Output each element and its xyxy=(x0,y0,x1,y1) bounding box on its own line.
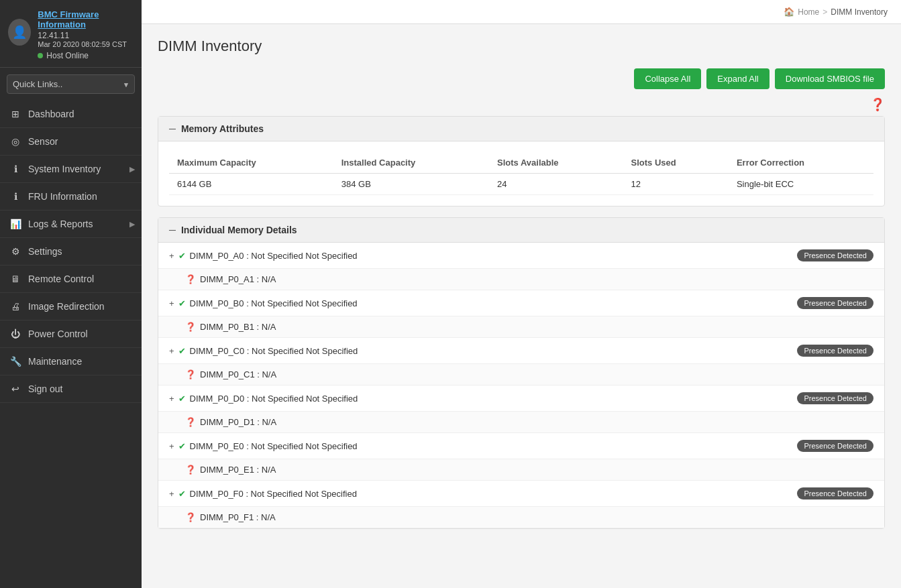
sidebar-item-remote-control[interactable]: 🖥 Remote Control xyxy=(0,266,142,293)
memory-attributes-table-wrap: Maximum Capacity Installed Capacity Slot… xyxy=(158,141,884,206)
question-icon-p0-a1: ❓ xyxy=(185,274,196,284)
collapse-all-button[interactable]: Collapse All xyxy=(634,68,701,89)
col-installed-capacity: Installed Capacity xyxy=(333,152,489,174)
expand-icon-p0-c0[interactable]: + xyxy=(169,346,174,356)
question-icon-p0-c1: ❓ xyxy=(185,369,196,379)
system-inventory-chevron: ▶ xyxy=(129,165,135,174)
sidebar-item-system-inventory[interactable]: ℹ System Inventory ▶ xyxy=(0,156,142,183)
max-capacity-value: 6144 GB xyxy=(169,174,333,195)
sidebar-item-power-control[interactable]: ⏻ Power Control xyxy=(0,320,142,348)
help-icon[interactable]: ❓ xyxy=(870,98,885,111)
dimm-sub-row-p0-c1: ❓ DIMM_P0_C1 : N/A xyxy=(158,364,884,386)
individual-memory-card: ─ Individual Memory Details + ✔ DIMM_P0_… xyxy=(158,217,885,529)
dimm-row-p0-f0[interactable]: + ✔ DIMM_P0_F0 : Not Specified Not Speci… xyxy=(158,481,884,507)
dimm-row-p0-c0[interactable]: + ✔ DIMM_P0_C0 : Not Specified Not Speci… xyxy=(158,338,884,364)
page-title: DIMM Inventory xyxy=(158,38,885,55)
slots-available-value: 24 xyxy=(489,174,623,195)
dimm-label-p0-a1: DIMM_P0_A1 : N/A xyxy=(200,274,276,284)
sidebar-item-label-settings: Settings xyxy=(28,246,62,257)
dimm-label-p0-d0: DIMM_P0_D0 : Not Specified Not Specified xyxy=(190,394,358,404)
sidebar-item-label-remote-control: Remote Control xyxy=(28,274,94,284)
dimm-sub-row-p0-a1: ❓ DIMM_P0_A1 : N/A xyxy=(158,269,884,290)
individual-memory-collapse-icon: ─ xyxy=(169,225,176,235)
quick-links-container: Quick Links.. ▼ xyxy=(7,74,135,94)
memory-attributes-card: ─ Memory Attributes Maximum Capacity Ins… xyxy=(158,116,885,207)
bmc-version: 12.41.11 xyxy=(38,31,134,40)
memory-attributes-header[interactable]: ─ Memory Attributes xyxy=(158,117,884,141)
expand-icon-p0-f0[interactable]: + xyxy=(169,489,174,499)
expand-icon-p0-b0[interactable]: + xyxy=(169,298,174,308)
presence-badge-p0-d0: Presence Detected xyxy=(797,392,873,404)
memory-attributes-title: Memory Attributes xyxy=(181,123,264,134)
dimm-row-p0-d0[interactable]: + ✔ DIMM_P0_D0 : Not Specified Not Speci… xyxy=(158,386,884,412)
sidebar-item-logs[interactable]: 📊 Logs & Reports ▶ xyxy=(0,211,142,238)
question-icon-p0-b1: ❓ xyxy=(185,322,196,332)
installed-capacity-value: 384 GB xyxy=(333,174,489,195)
check-icon-p0-e0: ✔ xyxy=(178,441,186,451)
check-icon-p0-f0: ✔ xyxy=(178,489,186,499)
sensor-icon: ◎ xyxy=(9,136,21,147)
maintenance-icon: 🔧 xyxy=(9,356,21,367)
check-icon-p0-c0: ✔ xyxy=(178,346,186,356)
dimm-label-p0-a0: DIMM_P0_A0 : Not Specified Not Specified xyxy=(190,251,358,261)
sidebar-item-maintenance[interactable]: 🔧 Maintenance xyxy=(0,348,142,375)
individual-memory-header[interactable]: ─ Individual Memory Details xyxy=(158,218,884,243)
presence-badge-p0-b0: Presence Detected xyxy=(797,297,873,309)
sidebar-item-dashboard[interactable]: ⊞ Dashboard xyxy=(0,101,142,128)
dimm-sub-row-p0-f1: ❓ DIMM_P0_F1 : N/A xyxy=(158,507,884,528)
sidebar-item-label-image-redirection: Image Redirection xyxy=(28,301,105,312)
sidebar-item-label-sensor: Sensor xyxy=(28,136,58,147)
host-status: Host Online xyxy=(38,51,134,60)
expand-icon-p0-e0[interactable]: + xyxy=(169,441,174,451)
dimm-row-p0-e0[interactable]: + ✔ DIMM_P0_E0 : Not Specified Not Speci… xyxy=(158,433,884,459)
image-redirection-icon: 🖨 xyxy=(9,301,21,312)
bmc-date: Mar 20 2020 08:02:59 CST xyxy=(38,40,134,48)
sidebar-item-label-logs: Logs & Reports xyxy=(28,219,93,229)
expand-icon-p0-d0[interactable]: + xyxy=(169,394,174,404)
remote-control-icon: 🖥 xyxy=(9,274,21,284)
dimm-label-p0-d1: DIMM_P0_D1 : N/A xyxy=(200,417,276,427)
help-icon-wrap: ❓ xyxy=(158,97,885,112)
sidebar: 👤 BMC Firmware Information 12.41.11 Mar … xyxy=(0,0,142,588)
action-bar: Collapse All Expand All Download SMBIOS … xyxy=(158,68,885,89)
expand-icon-p0-a0[interactable]: + xyxy=(169,251,174,261)
logs-icon: 📊 xyxy=(9,219,21,229)
dimm-sub-row-p0-e1: ❓ DIMM_P0_E1 : N/A xyxy=(158,459,884,481)
dimm-label-p0-c1: DIMM_P0_C1 : N/A xyxy=(200,369,276,379)
dimm-row-p0-a0[interactable]: + ✔ DIMM_P0_A0 : Not Specified Not Speci… xyxy=(158,243,884,269)
quick-links-wrap: Quick Links.. ▼ xyxy=(0,68,142,101)
bmc-firmware-title[interactable]: BMC Firmware Information xyxy=(38,9,134,30)
error-correction-value: Single-bit ECC xyxy=(729,174,873,195)
topbar: 🏠 Home > DIMM Inventory xyxy=(142,0,901,24)
dashboard-icon: ⊞ xyxy=(9,109,21,119)
sidebar-item-image-redirection[interactable]: 🖨 Image Redirection xyxy=(0,293,142,320)
individual-memory-title: Individual Memory Details xyxy=(181,225,297,235)
power-control-icon: ⏻ xyxy=(9,329,21,339)
memory-attributes-table: Maximum Capacity Installed Capacity Slot… xyxy=(169,152,873,195)
avatar: 👤 xyxy=(8,19,31,46)
expand-all-button[interactable]: Expand All xyxy=(706,68,769,89)
col-max-capacity: Maximum Capacity xyxy=(169,152,333,174)
sidebar-item-label-fru: FRU Information xyxy=(28,191,97,202)
sidebar-item-settings[interactable]: ⚙ Settings xyxy=(0,238,142,266)
dimm-label-p0-b0: DIMM_P0_B0 : Not Specified Not Specified xyxy=(190,298,358,308)
download-smbios-button[interactable]: Download SMBIOS file xyxy=(775,68,885,89)
memory-attributes-collapse-icon: ─ xyxy=(169,123,176,134)
dimm-label-p0-b1: DIMM_P0_B1 : N/A xyxy=(200,322,276,332)
check-icon-p0-b0: ✔ xyxy=(178,298,186,308)
breadcrumb-home[interactable]: Home xyxy=(798,7,819,17)
status-dot xyxy=(38,53,43,58)
dimm-label-p0-e0: DIMM_P0_E0 : Not Specified Not Specified xyxy=(190,441,358,451)
dimm-sub-row-p0-d1: ❓ DIMM_P0_D1 : N/A xyxy=(158,412,884,433)
quick-links-select[interactable]: Quick Links.. xyxy=(7,74,135,94)
dimm-label-p0-f1: DIMM_P0_F1 : N/A xyxy=(200,512,276,522)
dimm-label-p0-f0: DIMM_P0_F0 : Not Specified Not Specified xyxy=(190,489,357,499)
system-inventory-icon: ℹ xyxy=(9,164,21,174)
fru-icon: ℹ xyxy=(9,191,21,202)
dimm-row-p0-b0[interactable]: + ✔ DIMM_P0_B0 : Not Specified Not Speci… xyxy=(158,290,884,316)
sidebar-item-fru[interactable]: ℹ FRU Information xyxy=(0,183,142,211)
sidebar-item-sign-out[interactable]: ↩ Sign out xyxy=(0,375,142,403)
col-slots-used: Slots Used xyxy=(623,152,728,174)
check-icon-p0-a0: ✔ xyxy=(178,251,186,261)
sidebar-item-sensor[interactable]: ◎ Sensor xyxy=(0,128,142,156)
